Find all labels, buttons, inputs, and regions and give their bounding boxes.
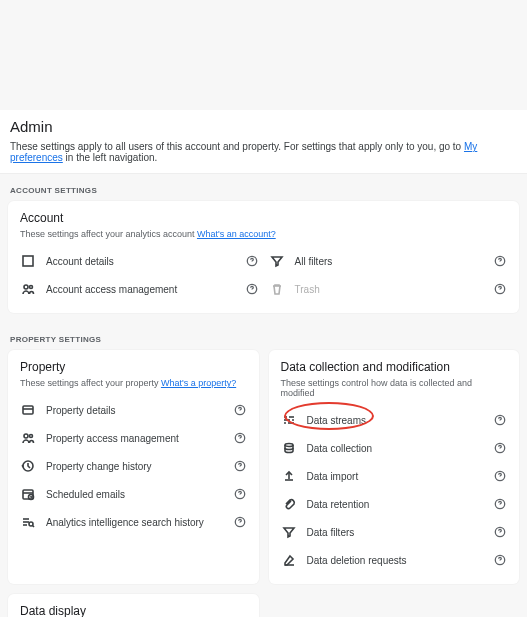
- people-icon: [20, 430, 36, 446]
- item-label: Data streams: [307, 415, 484, 426]
- page-subtitle: These settings apply to all users of thi…: [10, 141, 517, 163]
- item-label: Data filters: [307, 527, 484, 538]
- scheduled-icon: [20, 486, 36, 502]
- page-title: Admin: [10, 118, 517, 135]
- help-icon[interactable]: [233, 515, 247, 529]
- trash-icon: [269, 281, 285, 297]
- erase-icon: [281, 552, 297, 568]
- item-trash[interactable]: Trash: [269, 275, 508, 303]
- item-label: Scheduled emails: [46, 489, 223, 500]
- item-label: Trash: [295, 284, 484, 295]
- item-label: Analytics intelligence search history: [46, 517, 223, 528]
- account-card-title: Account: [20, 211, 507, 225]
- streams-icon: [281, 412, 297, 428]
- item-label: Property details: [46, 405, 223, 416]
- help-icon[interactable]: [245, 282, 259, 296]
- property-card: Property These settings affect your prop…: [8, 350, 259, 584]
- data-card-title: Data collection and modification: [281, 360, 508, 374]
- data-display-title: Data display: [20, 604, 247, 617]
- help-icon[interactable]: [493, 441, 507, 455]
- history-icon: [20, 458, 36, 474]
- item-label: Account access management: [46, 284, 235, 295]
- whats-an-account-link[interactable]: What's an account?: [197, 229, 276, 239]
- item-label: Data import: [307, 471, 484, 482]
- item-label: Data collection: [307, 443, 484, 454]
- help-icon[interactable]: [233, 431, 247, 445]
- people-icon: [20, 281, 36, 297]
- help-icon[interactable]: [493, 497, 507, 511]
- account-card-sub: These settings affect your analytics acc…: [20, 229, 507, 239]
- item-search-history[interactable]: Analytics intelligence search history: [20, 508, 247, 536]
- property-settings-label: PROPERTY SETTINGS: [0, 323, 527, 350]
- item-scheduled-emails[interactable]: Scheduled emails: [20, 480, 247, 508]
- account-settings-label: ACCOUNT SETTINGS: [0, 174, 527, 201]
- help-icon[interactable]: [493, 413, 507, 427]
- help-icon[interactable]: [493, 254, 507, 268]
- item-label: Data deletion requests: [307, 555, 484, 566]
- help-icon[interactable]: [493, 525, 507, 539]
- filter-icon: [269, 253, 285, 269]
- filter-icon: [281, 524, 297, 540]
- item-data-filters[interactable]: Data filters: [281, 518, 508, 546]
- item-data-deletion[interactable]: Data deletion requests: [281, 546, 508, 574]
- database-icon: [281, 440, 297, 456]
- item-label: All filters: [295, 256, 484, 267]
- data-display-card: Data display: [8, 594, 259, 617]
- card-icon: [20, 402, 36, 418]
- help-icon[interactable]: [233, 459, 247, 473]
- item-account-access[interactable]: Account access management: [20, 275, 259, 303]
- item-property-access[interactable]: Property access management: [20, 424, 247, 452]
- upload-icon: [281, 468, 297, 484]
- item-data-retention[interactable]: Data retention: [281, 490, 508, 518]
- item-label: Account details: [46, 256, 235, 267]
- item-label: Property change history: [46, 461, 223, 472]
- whats-a-property-link[interactable]: What's a property?: [161, 378, 236, 388]
- help-icon[interactable]: [493, 282, 507, 296]
- item-all-filters[interactable]: All filters: [269, 247, 508, 275]
- help-icon[interactable]: [245, 254, 259, 268]
- help-icon[interactable]: [233, 487, 247, 501]
- data-card-sub: These settings control how data is colle…: [281, 378, 508, 398]
- help-icon[interactable]: [493, 553, 507, 567]
- item-property-history[interactable]: Property change history: [20, 452, 247, 480]
- account-card: Account These settings affect your analy…: [8, 201, 519, 313]
- item-data-collection[interactable]: Data collection: [281, 434, 508, 462]
- data-collection-card: Data collection and modification These s…: [269, 350, 520, 584]
- item-data-import[interactable]: Data import: [281, 462, 508, 490]
- item-label: Property access management: [46, 433, 223, 444]
- item-account-details[interactable]: Account details: [20, 247, 259, 275]
- item-property-details[interactable]: Property details: [20, 396, 247, 424]
- item-label: Data retention: [307, 499, 484, 510]
- building-icon: [20, 253, 36, 269]
- help-icon[interactable]: [233, 403, 247, 417]
- search-list-icon: [20, 514, 36, 530]
- help-icon[interactable]: [493, 469, 507, 483]
- item-data-streams[interactable]: Data streams: [281, 406, 508, 434]
- clip-icon: [281, 496, 297, 512]
- property-card-title: Property: [20, 360, 247, 374]
- property-card-sub: These settings affect your property What…: [20, 378, 247, 388]
